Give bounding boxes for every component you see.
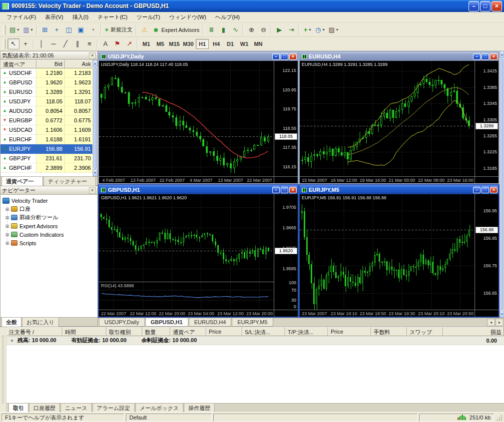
new-order-button[interactable]: +新規注文 bbox=[103, 24, 135, 35]
menu-view[interactable]: 表示(V) bbox=[40, 12, 68, 22]
terminal-column-0[interactable]: 注文番号 / bbox=[6, 327, 62, 336]
chart-plot-area[interactable]: EURJPY,M5 156.91 156.91 156.88 156.88 bbox=[300, 194, 475, 310]
chart-shift-button[interactable]: ⇥ bbox=[285, 24, 297, 35]
expert-advisors-button[interactable]: ☻Expert Advisors bbox=[150, 24, 201, 35]
chart-minimize-button[interactable]: – bbox=[473, 53, 481, 60]
auto-scroll-button[interactable]: ▶ bbox=[273, 24, 285, 35]
navigator-toggle[interactable]: ◫ bbox=[63, 24, 75, 35]
menu-window[interactable]: ウィンドウ(W) bbox=[165, 12, 211, 22]
chart-close-button[interactable]: × bbox=[289, 187, 297, 193]
chart-canvas[interactable] bbox=[99, 61, 274, 176]
chart-close-button[interactable]: × bbox=[289, 53, 297, 60]
chart-time-axis[interactable]: 4 Feb 200713 Feb 200722 Feb 20074 Mar 20… bbox=[99, 176, 274, 183]
market-watch-row-usdjpy[interactable]: ▲USDJPY118.05118.07 bbox=[0, 97, 97, 106]
chart-window-usdjpy-daily[interactable]: USDJPY,Daily – □ × USDJPY,Daily 118.14 1… bbox=[98, 51, 299, 184]
navigator-close-icon[interactable]: × bbox=[89, 187, 96, 194]
terminal-tab-mailbox[interactable]: メールボックス bbox=[135, 404, 184, 412]
navigator-item-experts[interactable]: ⊞Expert Advisors bbox=[2, 222, 97, 230]
minimize-button[interactable]: – bbox=[469, 1, 479, 11]
crosshair-button[interactable]: + bbox=[19, 38, 31, 49]
menu-file[interactable]: ファイル(F) bbox=[2, 12, 40, 22]
navigator-item-accounts[interactable]: ⊞口座 bbox=[2, 205, 97, 213]
chart-window-eurjpy-m5[interactable]: EURJPY,M5 – □ × EURJPY,M5 156.91 156.91 … bbox=[299, 184, 500, 318]
scrollbar-thumb[interactable] bbox=[501, 58, 504, 310]
terminal-column-1[interactable]: 時間 bbox=[62, 327, 106, 336]
market-watch-toggle[interactable]: ⊞ bbox=[39, 24, 51, 35]
navigator-item-scripts[interactable]: ⊞Scripts bbox=[2, 239, 97, 247]
cursor-button[interactable]: ↖ bbox=[7, 38, 19, 49]
chart-title-bar[interactable]: GBPUSD,H1 – □ × bbox=[99, 185, 298, 194]
chart-maximize-button[interactable]: □ bbox=[482, 187, 489, 193]
text-label-button[interactable]: ⚑ bbox=[111, 38, 123, 49]
indicators-button[interactable]: +▾ bbox=[301, 24, 313, 35]
period-button-mn[interactable]: MN bbox=[252, 39, 265, 49]
chart-title-bar[interactable]: EURJPY,M5 – □ × bbox=[300, 185, 499, 194]
fibonacci-button[interactable]: ≡ bbox=[83, 38, 95, 49]
market-watch-row-usdcad[interactable]: ▼USDCAD1.16061.1609 bbox=[0, 125, 97, 135]
chart-maximize-button[interactable]: □ bbox=[281, 187, 288, 193]
period-button-h1[interactable]: H1 bbox=[196, 39, 209, 49]
templates-button[interactable]: ▨▾ bbox=[327, 24, 340, 35]
market-watch-row-gbpusd[interactable]: ▲GBPUSD1.96201.9623 bbox=[0, 78, 97, 87]
chart-area-scrollbar[interactable]: ▲ ▼ bbox=[500, 51, 504, 318]
market-watch-column-bid[interactable]: Bid bbox=[36, 60, 65, 68]
terminal-column-10[interactable]: スワップ bbox=[407, 327, 443, 336]
chart-minimize-button[interactable]: – bbox=[272, 187, 280, 193]
terminal-tab-trade[interactable]: 取引 bbox=[8, 404, 28, 412]
menu-tools[interactable]: ツール(T) bbox=[132, 12, 165, 22]
chart-price-scale[interactable]: 122.15120.95119.75118.55117.35116.15118.… bbox=[274, 61, 298, 176]
market-watch-row-eurgbp[interactable]: ▼EURGBP0.67720.6775 bbox=[0, 116, 97, 125]
chart-canvas[interactable] bbox=[300, 61, 475, 176]
market-watch-scrollbar[interactable]: ▲ ▼ bbox=[92, 60, 97, 176]
expand-plus-icon[interactable]: ⊞ bbox=[4, 232, 10, 237]
chart-plot-area[interactable]: GBPUSD,H1 1.9621 1.9621 1.9620 1.9620 RS… bbox=[99, 194, 274, 310]
bar-chart-button[interactable]: Ⅲ bbox=[205, 24, 217, 35]
close-button[interactable]: × bbox=[492, 1, 502, 11]
zoom-out-button[interactable]: ⊖ bbox=[257, 24, 269, 35]
terminal-drag-grip[interactable] bbox=[0, 327, 6, 412]
status-profile[interactable]: Default bbox=[126, 414, 212, 422]
period-button-m30[interactable]: M30 bbox=[182, 39, 195, 49]
menu-help[interactable]: ヘルプ(H) bbox=[211, 12, 244, 22]
period-button-h4[interactable]: H4 bbox=[210, 39, 223, 49]
chart-minimize-button[interactable]: – bbox=[473, 187, 481, 193]
chart-canvas[interactable] bbox=[300, 194, 475, 310]
period-button-w1[interactable]: W1 bbox=[238, 39, 251, 49]
navigator-tab-favorites[interactable]: お気に入り bbox=[22, 318, 59, 328]
scroll-down-icon[interactable]: ▼ bbox=[93, 169, 97, 176]
market-watch-row-eurjpy[interactable]: ▲EURJPY156.88156.91 bbox=[0, 144, 97, 154]
data-window-toggle[interactable]: + bbox=[51, 24, 63, 35]
period-button-m5[interactable]: M5 bbox=[154, 39, 167, 49]
expand-plus-icon[interactable]: ⊞ bbox=[4, 207, 10, 212]
terminal-toggle[interactable]: ▣ bbox=[75, 24, 87, 35]
scroll-down-icon[interactable]: ▼ bbox=[500, 311, 504, 318]
chart-tabs-scroll-right-icon[interactable]: ▸ bbox=[496, 319, 504, 326]
scroll-up-icon[interactable]: ▲ bbox=[500, 51, 504, 58]
chart-plot-area[interactable]: USDJPY,Daily 118.14 118.24 117.40 118.05 bbox=[99, 61, 274, 176]
chart-tab-eurjpy-m5[interactable]: EURJPY,M5 bbox=[232, 318, 273, 327]
scroll-up-icon[interactable]: ▲ bbox=[93, 60, 97, 67]
expand-plus-icon[interactable]: ⊞ bbox=[4, 215, 10, 220]
chart-price-scale[interactable]: 156.95156.85156.75156.65156.88 bbox=[475, 194, 499, 310]
line-chart-button[interactable]: ∿ bbox=[229, 24, 241, 35]
candlestick-button[interactable]: ▮ bbox=[217, 24, 229, 35]
terminal-column-4[interactable]: 通貨ペア bbox=[170, 327, 206, 336]
terminal-tab-journal[interactable]: 操作履歴 bbox=[184, 404, 215, 412]
maximize-button[interactable]: □ bbox=[480, 1, 491, 11]
chart-tabs-scroll-left-icon[interactable]: ◂ bbox=[487, 319, 495, 326]
terminal-column-11[interactable]: 損益 bbox=[443, 327, 504, 336]
chart-price-scale[interactable]: 1.34251.33851.33451.33051.32651.32251.31… bbox=[475, 61, 499, 176]
chart-time-axis[interactable]: 15 Mar 200716 Mar 12:0019 Mar 16:0021 Ma… bbox=[300, 176, 475, 183]
navigator-item-indicators[interactable]: ⊞罫線分析ツール bbox=[2, 213, 97, 222]
menu-insert[interactable]: 挿入(I) bbox=[68, 12, 93, 22]
terminal-column-2[interactable]: 取引種別 bbox=[106, 327, 142, 336]
chart-tab-usdjpy-daily[interactable]: USDJPY,Daily bbox=[99, 318, 145, 327]
chart-window-eurusd-h4[interactable]: EURUSD,H4 – □ × EURUSD,H4 1.3289 1.3291 … bbox=[299, 51, 500, 184]
navigator-root-item[interactable]: Velocity Trader bbox=[2, 196, 97, 205]
chart-tab-gbpusd-h1[interactable]: GBPUSD,H1 bbox=[145, 318, 188, 327]
market-watch-row-gbpchf[interactable]: ▲GBPCHF2.38992.3906 bbox=[0, 163, 97, 173]
strategy-tester-toggle[interactable]: ◔ bbox=[87, 24, 99, 35]
terminal-column-7[interactable]: T/P:決済... bbox=[285, 327, 328, 336]
chart-window-gbpusd-h1[interactable]: GBPUSD,H1 – □ × GBPUSD,H1 1.9621 1.9621 … bbox=[98, 184, 299, 318]
expand-plus-icon[interactable]: ⊞ bbox=[4, 224, 10, 229]
